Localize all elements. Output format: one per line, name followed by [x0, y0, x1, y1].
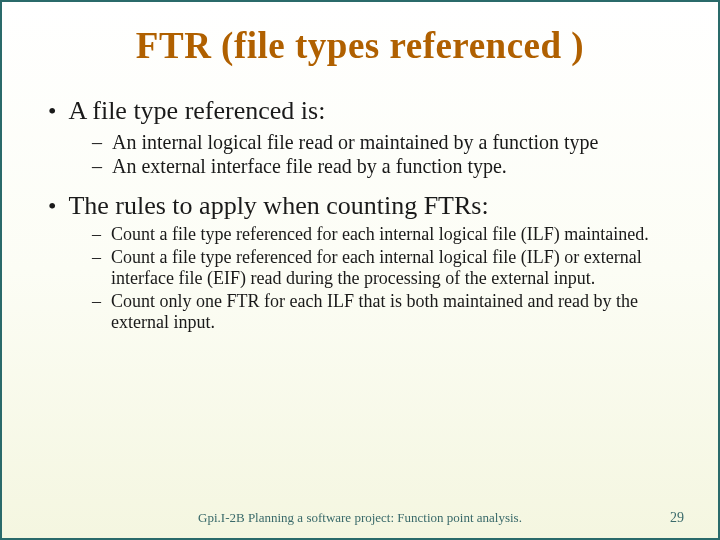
footer: Gpi.I-2B Planning a software project: Fu… [2, 510, 718, 526]
dash-icon: – [92, 154, 102, 178]
rules-items: – Count a file type referenced for each … [42, 224, 678, 334]
list-item: – An internal logical file read or maint… [92, 130, 658, 154]
definition-items: – An internal logical file read or maint… [42, 130, 678, 178]
item-text: Count only one FTR for each ILF that is … [111, 291, 658, 334]
slide-title: FTR (file types referenced ) [42, 24, 678, 67]
bullet-definition-heading: • A file type referenced is: [48, 95, 678, 128]
footer-text: Gpi.I-2B Planning a software project: Fu… [198, 510, 522, 526]
item-text: Count a file type referenced for each in… [111, 224, 649, 246]
list-item: – Count a file type referenced for each … [92, 224, 658, 246]
bullet-text: A file type referenced is: [68, 95, 325, 128]
bullet-rules-heading: • The rules to apply when counting FTRs: [48, 190, 678, 223]
dash-icon: – [92, 247, 101, 269]
dash-icon: – [92, 130, 102, 154]
page-number: 29 [670, 510, 684, 526]
list-item: – Count a file type referenced for each … [92, 247, 658, 290]
bullet-dot-icon: • [48, 190, 56, 222]
list-item: – Count only one FTR for each ILF that i… [92, 291, 658, 334]
section-rules: • The rules to apply when counting FTRs:… [42, 190, 678, 334]
list-item: – An external interface file read by a f… [92, 154, 658, 178]
item-text: An internal logical file read or maintai… [112, 130, 599, 154]
dash-icon: – [92, 224, 101, 246]
item-text: An external interface file read by a fun… [112, 154, 507, 178]
dash-icon: – [92, 291, 101, 313]
slide: FTR (file types referenced ) • A file ty… [2, 2, 718, 538]
section-definition: • A file type referenced is: – An intern… [42, 95, 678, 178]
bullet-text: The rules to apply when counting FTRs: [68, 190, 488, 223]
bullet-dot-icon: • [48, 95, 56, 127]
item-text: Count a file type referenced for each in… [111, 247, 658, 290]
